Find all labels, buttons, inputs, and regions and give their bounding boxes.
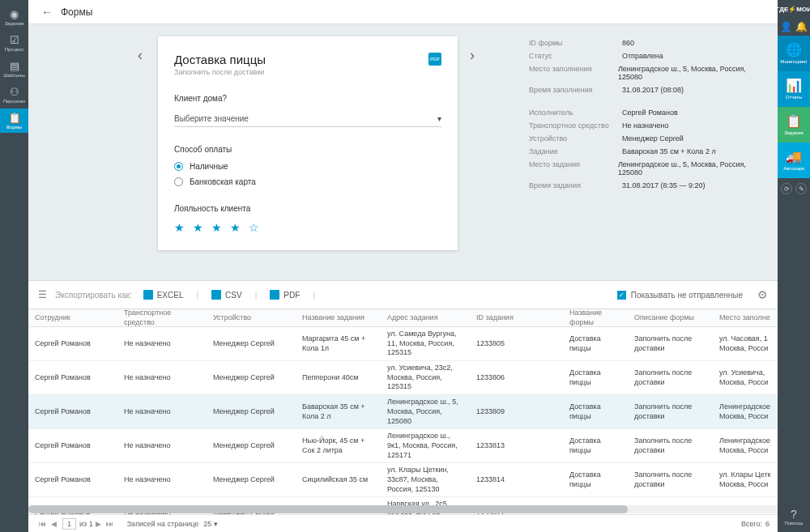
detail-row: Время задания31.08.2017 (8:35 — 9:20): [529, 181, 765, 189]
left-nav-задания[interactable]: ◉Задания: [0, 5, 28, 29]
nav-icon: ⚇: [10, 87, 19, 97]
detail-row: ЗаданиеБаварская 35 см + Кола 2 л: [529, 147, 765, 155]
detail-row: Транспортное средствоНе назначено: [529, 121, 765, 130]
table-row[interactable]: Сергей РомановНе назначеноМенеджер Серге…: [28, 361, 778, 395]
pagination-bar: ⏮ ◀ 1 из 1 ▶ ⏭ Записей на странице 25 ▾ …: [28, 514, 778, 532]
per-page-select[interactable]: 25 ▾: [203, 520, 218, 528]
detail-row: Время заполнения31.08.2017 (08:08): [529, 86, 765, 94]
main-content: ‹ › PDF Доставка пиццы Заполнить после д…: [28, 24, 778, 532]
nav-icon: ◉: [10, 9, 19, 19]
forms-table: Сотрудник Транспортное средство Устройст…: [28, 309, 778, 531]
table-row[interactable]: Сергей РомановНе назначеноМенеджер Серге…: [28, 327, 778, 361]
left-sidebar: ◉Задания☑Процесс▤Шаблоны⚇Персонал📋Формы: [0, 0, 28, 532]
col-device[interactable]: Устройство: [207, 313, 296, 323]
radio-icon: [174, 177, 183, 186]
nav-icon: ☑: [10, 35, 19, 45]
col-vehicle[interactable]: Транспортное средство: [117, 309, 207, 327]
col-task-id[interactable]: ID задания: [470, 313, 563, 323]
globe-icon: 🌐: [786, 44, 802, 57]
table-row[interactable]: Сергей РомановНе назначеноМенеджер Серге…: [28, 429, 778, 463]
show-unsent-label: Показывать не отправленные: [631, 291, 743, 300]
total-count: 6: [765, 520, 770, 528]
left-nav-формы[interactable]: 📋Формы: [0, 109, 28, 133]
per-page-label: Записей на странице: [127, 520, 199, 528]
form-details: ID формы860СтатусОтправленаМесто заполне…: [529, 39, 765, 194]
clipboard-icon: 📋: [786, 115, 802, 128]
page-title: Формы: [61, 6, 92, 18]
export-label: Экспортировать как:: [55, 291, 132, 300]
col-fill-location[interactable]: Место заполне: [713, 313, 778, 323]
detail-row: ИсполнительСергей Романов: [529, 109, 765, 117]
nav-icon: ▤: [10, 61, 19, 71]
page-header: ← Формы: [28, 0, 778, 24]
chevron-down-icon: ▾: [437, 114, 441, 123]
page-next-icon[interactable]: ▶: [96, 520, 101, 528]
user-icon[interactable]: 👤: [780, 21, 792, 32]
pdf-icon: [270, 290, 279, 300]
form-subtitle: Заполнить после доставки: [174, 68, 441, 76]
total-label: Всего:: [741, 520, 762, 528]
radio-icon: [174, 162, 183, 171]
horizontal-scrollbar[interactable]: [28, 505, 778, 513]
nav-monitoring[interactable]: 🌐Мониторинг: [778, 36, 810, 71]
col-form-name[interactable]: Название формы: [563, 309, 628, 327]
next-form-chevron[interactable]: ›: [470, 47, 475, 64]
right-sidebar: ГДЕ⚡МОИ 👤 🔔 🌐Мониторинг 📊Отчеты 📋Задания…: [778, 0, 810, 532]
tool-circle-1[interactable]: ⟳: [781, 183, 792, 194]
page-first-icon[interactable]: ⏮: [39, 520, 46, 528]
left-nav-шаблоны[interactable]: ▤Шаблоны: [0, 57, 28, 81]
question-payment: Способ оплаты: [174, 145, 441, 154]
col-form-desc[interactable]: Описание формы: [628, 313, 713, 323]
radio-cash[interactable]: Наличные: [174, 162, 441, 171]
left-nav-персонал[interactable]: ⚇Персонал: [0, 83, 28, 107]
form-title: Доставка пиццы: [174, 53, 441, 66]
select-placeholder: Выберите значение: [174, 114, 249, 123]
loyalty-stars[interactable]: ★ ★ ★ ★ ☆: [174, 221, 441, 234]
help-button[interactable]: ?Помощь: [778, 508, 810, 526]
export-csv-button[interactable]: CSV: [211, 290, 242, 300]
detail-row: УстройствоМенеджер Сергей: [529, 134, 765, 143]
user-controls[interactable]: 👤 🔔: [778, 18, 810, 36]
chart-icon: 📊: [786, 79, 802, 92]
nav-icon: 📋: [8, 113, 21, 123]
csv-icon: [211, 290, 221, 300]
page-number-input[interactable]: 1: [62, 518, 76, 530]
show-unsent-checkbox[interactable]: ✓: [617, 291, 626, 300]
back-arrow-icon[interactable]: ←: [41, 6, 53, 19]
prev-form-chevron[interactable]: ‹: [138, 47, 143, 64]
detail-row: Место заполненияЛенинградское ш., 5, Мос…: [529, 65, 765, 81]
table-row[interactable]: Сергей РомановНе назначеноМенеджер Серге…: [28, 463, 778, 497]
help-icon: ?: [791, 508, 797, 521]
detail-row: ID формы860: [529, 39, 765, 47]
nav-reports[interactable]: 📊Отчеты: [778, 71, 810, 107]
bell-icon[interactable]: 🔔: [795, 21, 808, 32]
nav-tasks[interactable]: 📋Задания: [778, 107, 810, 143]
left-nav-процесс[interactable]: ☑Процесс: [0, 31, 28, 55]
question-client-home: Клиент дома?: [174, 94, 441, 103]
truck-icon: 🚚: [786, 151, 802, 164]
nav-fleet[interactable]: 🚚Автопарк: [778, 143, 810, 178]
export-excel-button[interactable]: EXCEL: [143, 290, 184, 300]
page-prev-icon[interactable]: ◀: [51, 520, 57, 528]
scrollbar-thumb[interactable]: [28, 505, 628, 513]
radio-card[interactable]: Банковская карта: [174, 177, 441, 186]
detail-row: СтатусОтправлена: [529, 52, 765, 60]
question-loyalty: Лояльность клиента: [174, 204, 441, 213]
detail-row: Место заданияЛенинградское ш., 5, Москва…: [529, 160, 765, 177]
tool-circle-2[interactable]: ✎: [795, 183, 807, 194]
tool-circles: ⟳ ✎: [781, 183, 807, 194]
page-of-label: из 1: [79, 520, 93, 528]
col-task-name[interactable]: Название задания: [296, 313, 381, 323]
col-employee[interactable]: Сотрудник: [28, 313, 117, 323]
export-pdf-button[interactable]: PDF: [270, 290, 300, 300]
client-home-select[interactable]: Выберите значение ▾: [174, 111, 441, 127]
pdf-badge-icon[interactable]: PDF: [428, 53, 441, 66]
table-row[interactable]: Сергей РомановНе назначеноМенеджер Серге…: [28, 395, 778, 429]
col-task-address[interactable]: Адрес задания: [381, 313, 470, 323]
app-logo: ГДЕ⚡МОИ: [778, 0, 810, 18]
settings-gear-icon[interactable]: ⚙: [757, 288, 768, 301]
filter-icon[interactable]: ☰: [38, 289, 47, 300]
export-toolbar: ☰ Экспортировать как: EXCEL | CSV | PDF …: [28, 280, 778, 309]
table-header: Сотрудник Транспортное средство Устройст…: [28, 309, 778, 327]
page-last-icon[interactable]: ⏭: [106, 520, 113, 528]
